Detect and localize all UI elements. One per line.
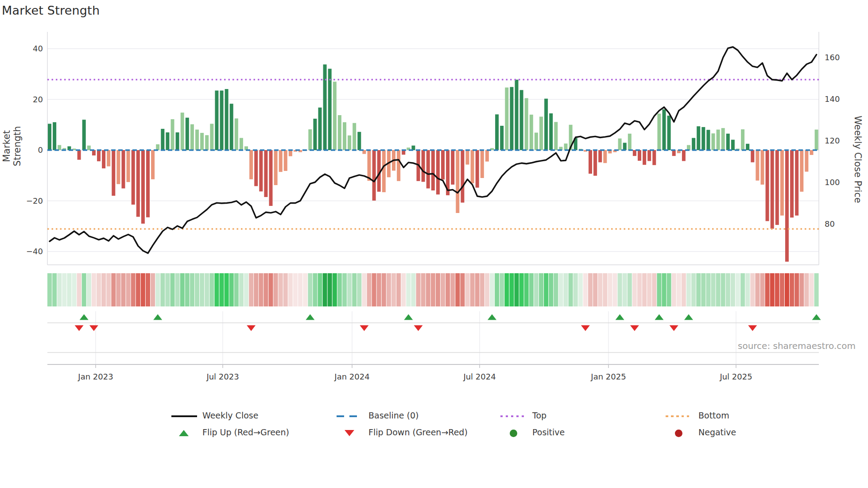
heatmap-cell [209, 273, 214, 306]
heatmap-cell [726, 273, 730, 306]
heatmap-cell [293, 273, 298, 306]
strength-bar [800, 150, 803, 192]
heatmap-cell [72, 273, 77, 306]
heatmap-cell [534, 273, 539, 306]
strength-bar [643, 150, 646, 165]
heatmap-cell [574, 273, 578, 306]
heatmap-cell [810, 273, 814, 306]
heatmap-cell [111, 273, 116, 306]
strength-bar [766, 150, 769, 221]
strength-bar [525, 98, 528, 150]
heatmap-cell [229, 273, 234, 306]
strength-bar [436, 150, 440, 194]
strength-bar [712, 133, 715, 150]
heatmap-cell [780, 273, 784, 306]
heatmap-cell [136, 273, 140, 306]
heatmap-cell [706, 273, 710, 306]
flip-down-marker [414, 325, 423, 331]
left-axis-tick-label: 0 [16, 145, 43, 155]
heatmap-cell [62, 273, 66, 306]
strength-bar [166, 132, 169, 150]
heatmap-cell [564, 273, 568, 306]
strength-bar [476, 150, 479, 188]
heatmap-cell [121, 273, 126, 306]
heatmap-cell [554, 273, 558, 306]
strength-bar [195, 130, 199, 150]
x-axis-tick-label: Jan 2025 [580, 372, 637, 381]
strength-bar [451, 150, 454, 185]
strength-bar [741, 129, 744, 150]
heatmap-cell [623, 273, 627, 306]
heatmap-cell [165, 273, 170, 306]
heatmap-cell [446, 273, 450, 306]
flip-up-marker [616, 314, 624, 320]
heatmap-cell [790, 273, 794, 306]
heatmap-cell [234, 273, 239, 306]
heatmap-cell [308, 273, 312, 306]
flip-up-marker [80, 314, 89, 320]
strength-bar [701, 127, 705, 150]
strength-bar [249, 150, 253, 179]
strength-bar [564, 143, 568, 150]
strength-bar [82, 120, 86, 150]
heatmap-cell [401, 273, 406, 306]
heatmap-cell [765, 273, 770, 306]
strength-bar [500, 126, 504, 150]
strength-bar [706, 130, 710, 150]
heatmap-cell [515, 273, 519, 306]
flip-down-marker [360, 325, 368, 331]
strength-bar [795, 150, 798, 216]
heatmap-cell [603, 273, 607, 306]
strength-bar [815, 130, 818, 150]
strength-bar [171, 119, 174, 150]
heatmap-cell [470, 273, 475, 306]
strength-bar [535, 132, 538, 150]
strength-bar [618, 139, 622, 150]
heatmap-cell [618, 273, 622, 306]
heatmap-cell [569, 273, 573, 306]
heatmap-cell [146, 273, 150, 306]
flip-up-marker [306, 314, 314, 320]
heatmap-cell [642, 273, 647, 306]
strength-bar [731, 140, 735, 150]
strength-bar [343, 122, 346, 150]
strength-bar [205, 135, 209, 150]
strength-bar [539, 116, 543, 150]
heatmap-cell [431, 273, 435, 306]
strength-bar [284, 150, 287, 171]
strength-bar [652, 150, 656, 165]
strength-bar [333, 81, 337, 150]
strength-bar [127, 150, 130, 182]
heatmap-cell [170, 273, 175, 306]
heatmap-cell [504, 273, 509, 306]
heatmap-cell [382, 273, 386, 306]
strength-bar [667, 116, 671, 150]
left-axis-tick-label: 40 [16, 44, 43, 53]
heatmap-cell [416, 273, 421, 306]
heatmap-cell [647, 273, 651, 306]
strength-bar [647, 150, 651, 161]
strength-bar [480, 150, 484, 178]
heatmap-cell [116, 273, 120, 306]
heatmap-cell [101, 273, 106, 306]
heatmap-cell [77, 273, 81, 306]
heatmap-cell [279, 273, 283, 306]
strength-bar [682, 150, 686, 161]
strength-bar [368, 150, 371, 181]
heatmap-cell [721, 273, 725, 306]
heatmap-cell [480, 273, 484, 306]
strength-bar [756, 150, 759, 181]
flip-down-marker [630, 325, 639, 331]
strength-bar [623, 143, 627, 150]
strength-bar [357, 132, 361, 150]
right-axis-tick-label: 100 [825, 178, 852, 187]
strength-bar [181, 112, 184, 150]
x-axis-tick-label: Jul 2023 [194, 372, 252, 381]
strength-bar [751, 150, 754, 162]
heatmap-cell [745, 273, 750, 306]
strength-bar [186, 118, 189, 150]
heatmap-cell [549, 273, 553, 306]
strength-bar [122, 150, 125, 188]
heatmap-cell [283, 273, 288, 306]
strength-bar [530, 115, 533, 150]
